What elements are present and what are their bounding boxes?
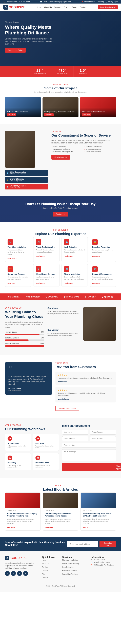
footer-svc-0[interactable]: Plumbing Installation <box>62 559 78 561</box>
nav-pages[interactable]: Pages <box>72 6 77 8</box>
appointment-form: Make an Appointment <box>62 424 116 471</box>
service-link-2[interactable]: Read More + <box>64 255 73 257</box>
phone-bar: 📞 Phone Number: 123-456-7890 <box>3 1 30 3</box>
footer-svc-3[interactable]: Backflow Prevention <box>62 570 78 572</box>
about-left: 💧 Water Conservation Efficient water sol… <box>5 131 48 190</box>
footer-link-blog-a[interactable]: Blog <box>42 573 46 575</box>
stat-clients-label: Happy Client <box>78 73 87 74</box>
progress-label-2: Safety Compliance 100% <box>5 343 44 345</box>
workflow-step-desc-0: Schedule your service with ease. <box>8 445 28 448</box>
cta-sub: Contact Us Now for Fast & Dependable Ser… <box>5 207 116 209</box>
service-icon-1: 🚿 <box>36 239 41 245</box>
service-link-6[interactable]: Read More + <box>64 282 73 284</box>
name-input[interactable] <box>62 430 88 434</box>
service-link-4[interactable]: Read More + <box>8 282 17 284</box>
footer-link-home-a[interactable]: Home <box>42 559 46 561</box>
reviewer-name-1: Mary Johnson <box>58 398 114 400</box>
about-read-more-button[interactable]: Read About Us <box>52 155 70 160</box>
service-title-4: Sewer Line Services <box>8 273 29 275</box>
projects-grid: Professional Pipe Installation Read More… <box>5 97 116 117</box>
blog-label: Our Blog <box>5 485 116 486</box>
workflow-step-desc-1: We inspect and assess the issue. <box>36 445 56 448</box>
hero-section: Plumbing Services Where Quality Meets Pl… <box>0 11 121 66</box>
blog-read-link-2[interactable]: Read More <box>83 526 90 528</box>
social-facebook[interactable]: f <box>5 571 10 576</box>
service-input[interactable] <box>90 436 116 441</box>
project-btn-2[interactable]: Read More <box>82 114 91 116</box>
email-input[interactable] <box>62 436 88 441</box>
nav-about[interactable]: About Us <box>44 6 52 8</box>
hero-cta-button[interactable]: Contact Us Today <box>5 48 26 52</box>
brand-1: ✓ WE TRUSTED <box>26 296 40 298</box>
date-input[interactable] <box>62 443 116 448</box>
nav-project[interactable]: Project <box>64 6 70 8</box>
social-instagram[interactable]: i <box>17 571 22 576</box>
form-row-date <box>62 443 116 448</box>
blog-post-title-1: DIY Plumbing Dos and Don'ts: Navigating … <box>45 512 76 517</box>
why-left: Why Choose Us We Bring Calm to Your Plum… <box>5 307 44 349</box>
footer-svc-1[interactable]: Pipe & Drain Cleaning <box>62 563 79 564</box>
social-linkedin[interactable]: in <box>23 571 28 576</box>
footer-link-about-a[interactable]: About Us <box>42 563 49 564</box>
footer-link-about: About Us <box>42 562 59 565</box>
newsletter-subscribe-button[interactable]: Subscribe Now <box>100 541 116 548</box>
service-card-7: 🛠️ Repair & Maintenance Ongoing maintena… <box>90 264 116 287</box>
nav-home[interactable]: Home <box>37 6 42 8</box>
workflow-step-title-0: Appointment <box>8 442 28 444</box>
blog-read-link-1[interactable]: Read More <box>45 526 53 528</box>
vision-title: Our Vision <box>48 307 80 310</box>
form-field-service <box>90 436 116 441</box>
service-desc-4: Complete sewer line inspection and repai… <box>8 276 29 280</box>
footer-phone: 📞 +123-456-7890 <box>91 558 116 560</box>
workflow-step-2: 03 Repairing Expert repair by our profes… <box>5 453 31 470</box>
service-icon-0: 🔧 <box>8 239 13 245</box>
message-textarea[interactable] <box>62 449 116 461</box>
blog-text-1: Lorem ipsum dolor sit amet consectetur a… <box>45 518 76 524</box>
service-desc-2: Advanced detection to find and fix leaks… <box>64 249 85 253</box>
address-icon: 📍 <box>82 1 84 3</box>
nav-contact[interactable]: Contact <box>80 6 86 8</box>
progress-label-0: Problem Solving 88% <box>5 331 44 333</box>
progress-safety: Safety Compliance 100% <box>5 343 44 347</box>
nav-services[interactable]: Services <box>54 6 61 8</box>
newsletter-email-input[interactable] <box>68 541 98 548</box>
blog-read-link-0[interactable]: Read More <box>7 526 15 528</box>
progress-bar-1 <box>5 340 44 341</box>
footer-svc-2[interactable]: Leak Detection <box>62 566 74 568</box>
brand-3: ◈ STRONG GOAL <box>64 296 79 298</box>
service-card-6: ⚙️ Fixture Installation Expert installat… <box>62 264 88 287</box>
view-all-testimonials-button[interactable]: View All Testimonials <box>56 406 79 411</box>
footer-link-services-a[interactable]: Services <box>42 566 48 568</box>
social-twitter[interactable]: t <box>11 571 16 576</box>
services-grid: 🔧 Plumbing Installation Professional ins… <box>5 237 116 287</box>
project-btn-1[interactable]: Read More <box>44 114 54 116</box>
review-stars-0: ★★★★★ <box>58 374 114 376</box>
workflow-num-3: 04 <box>36 456 40 460</box>
footer-grid: G GOODPIPE Lorem ipsum dolor sit amet co… <box>5 556 116 580</box>
service-title-2: Leak Detection <box>64 246 85 248</box>
service-card-2: 💧 Leak Detection Advanced detection to f… <box>62 237 88 262</box>
service-desc-0: Professional installation services for a… <box>8 249 29 255</box>
phone-input[interactable] <box>90 430 116 434</box>
workflow-grid: 01 Appointment Schedule your service wit… <box>5 434 59 470</box>
footer-svc-4[interactable]: Sewer Line Services <box>62 573 78 575</box>
service-link-1[interactable]: Read More + <box>36 255 45 257</box>
footer-copyright: © 2024 GoodPipe. All Rights Reserved. <box>46 585 75 587</box>
service-link-5[interactable]: Read More + <box>36 282 45 284</box>
book-appointment-button[interactable]: Book Appointment <box>98 5 118 9</box>
form-field-phone <box>90 430 116 434</box>
make-appointment-button[interactable]: Make Appointment <box>62 463 121 471</box>
footer-link-portfolio-a[interactable]: Portfolio <box>42 570 48 572</box>
service-link-3[interactable]: Read More + <box>92 255 101 257</box>
cta-button[interactable]: Contact Us <box>52 212 68 216</box>
logo[interactable]: G GOODPIPE <box>3 5 25 10</box>
hero-desc: Lorem ipsum dolor sit amet, consectetur … <box>5 38 56 45</box>
service-icon-3: 🔒 <box>92 239 98 245</box>
service-link-0[interactable]: Read More + <box>8 258 17 259</box>
project-btn-0[interactable]: Read More <box>7 114 16 116</box>
footer-link-contact-a[interactable]: Contact <box>42 577 48 579</box>
workflow-step-3: 04 Problem Solved Issue resolved to your… <box>33 453 59 470</box>
blog-body-1: Feb 02, 2024 DIY Plumbing Dos and Don'ts… <box>43 508 78 530</box>
service-link-7[interactable]: Read More + <box>92 282 101 284</box>
about-checklist: Water Connections Plumbing Maintenance I… <box>52 146 116 152</box>
